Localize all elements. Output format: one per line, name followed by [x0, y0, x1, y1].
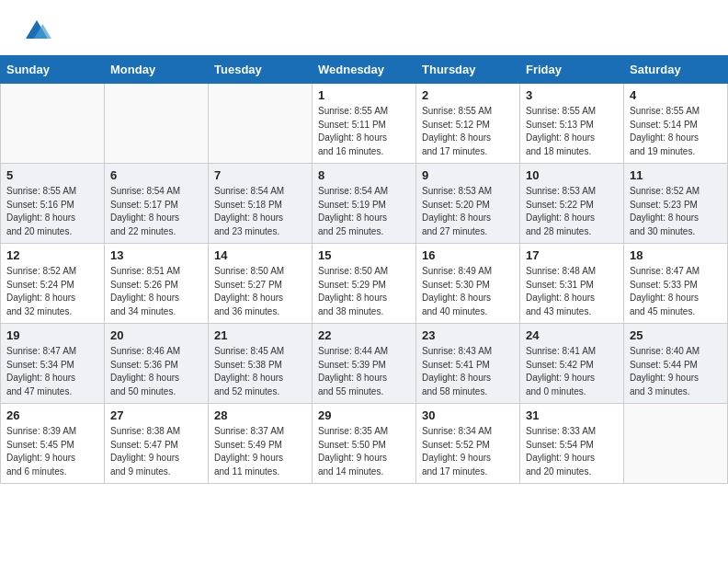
day-number: 25 [630, 328, 722, 342]
calendar-day-8: 8Sunrise: 8:54 AM Sunset: 5:19 PM Daylig… [313, 164, 416, 244]
day-info: Sunrise: 8:52 AM Sunset: 5:24 PM Dayligh… [6, 265, 98, 318]
day-number: 11 [630, 168, 722, 182]
calendar-day-2: 2Sunrise: 8:55 AM Sunset: 5:12 PM Daylig… [416, 84, 520, 164]
day-number: 23 [422, 328, 514, 342]
calendar-day-10: 10Sunrise: 8:53 AM Sunset: 5:22 PM Dayli… [520, 164, 624, 244]
day-info: Sunrise: 8:44 AM Sunset: 5:39 PM Dayligh… [318, 345, 410, 398]
calendar-header-thursday: Thursday [416, 56, 520, 84]
day-number: 21 [214, 328, 306, 342]
day-number: 5 [6, 168, 98, 182]
calendar-day-13: 13Sunrise: 8:51 AM Sunset: 5:26 PM Dayli… [105, 244, 209, 324]
day-number: 16 [422, 248, 514, 262]
day-info: Sunrise: 8:37 AM Sunset: 5:49 PM Dayligh… [214, 425, 306, 478]
calendar-day-14: 14Sunrise: 8:50 AM Sunset: 5:27 PM Dayli… [209, 244, 313, 324]
calendar-day-9: 9Sunrise: 8:53 AM Sunset: 5:20 PM Daylig… [416, 164, 520, 244]
day-number: 19 [6, 328, 98, 342]
calendar-day-24: 24Sunrise: 8:41 AM Sunset: 5:42 PM Dayli… [520, 324, 624, 404]
day-info: Sunrise: 8:40 AM Sunset: 5:44 PM Dayligh… [630, 345, 722, 398]
day-number: 9 [422, 168, 514, 182]
day-number: 24 [526, 328, 618, 342]
calendar-week-row: 19Sunrise: 8:47 AM Sunset: 5:34 PM Dayli… [1, 324, 728, 404]
day-number: 4 [630, 88, 722, 102]
day-info: Sunrise: 8:48 AM Sunset: 5:31 PM Dayligh… [526, 265, 618, 318]
day-number: 1 [318, 88, 410, 102]
day-info: Sunrise: 8:46 AM Sunset: 5:36 PM Dayligh… [110, 345, 202, 398]
calendar-day-15: 15Sunrise: 8:50 AM Sunset: 5:29 PM Dayli… [313, 244, 416, 324]
calendar-day-12: 12Sunrise: 8:52 AM Sunset: 5:24 PM Dayli… [1, 244, 105, 324]
calendar-empty-cell [624, 404, 728, 484]
calendar-week-row: 12Sunrise: 8:52 AM Sunset: 5:24 PM Dayli… [1, 244, 728, 324]
calendar-day-17: 17Sunrise: 8:48 AM Sunset: 5:31 PM Dayli… [520, 244, 624, 324]
calendar-week-row: 26Sunrise: 8:39 AM Sunset: 5:45 PM Dayli… [1, 404, 728, 484]
day-info: Sunrise: 8:50 AM Sunset: 5:29 PM Dayligh… [318, 265, 410, 318]
calendar-week-row: 1Sunrise: 8:55 AM Sunset: 5:11 PM Daylig… [1, 84, 728, 164]
day-info: Sunrise: 8:33 AM Sunset: 5:54 PM Dayligh… [526, 425, 618, 478]
calendar-day-23: 23Sunrise: 8:43 AM Sunset: 5:41 PM Dayli… [416, 324, 520, 404]
day-number: 15 [318, 248, 410, 262]
calendar-day-18: 18Sunrise: 8:47 AM Sunset: 5:33 PM Dayli… [624, 244, 728, 324]
calendar-header-sunday: Sunday [1, 56, 105, 84]
calendar-day-20: 20Sunrise: 8:46 AM Sunset: 5:36 PM Dayli… [105, 324, 209, 404]
day-number: 12 [6, 248, 98, 262]
calendar-header-monday: Monday [105, 56, 209, 84]
day-number: 30 [422, 408, 514, 422]
day-number: 3 [526, 88, 618, 102]
calendar-day-27: 27Sunrise: 8:38 AM Sunset: 5:47 PM Dayli… [105, 404, 209, 484]
day-info: Sunrise: 8:47 AM Sunset: 5:33 PM Dayligh… [630, 265, 722, 318]
day-info: Sunrise: 8:54 AM Sunset: 5:18 PM Dayligh… [214, 185, 306, 238]
header [0, 0, 728, 55]
day-number: 26 [6, 408, 98, 422]
day-number: 10 [526, 168, 618, 182]
calendar-day-16: 16Sunrise: 8:49 AM Sunset: 5:30 PM Dayli… [416, 244, 520, 324]
calendar-day-1: 1Sunrise: 8:55 AM Sunset: 5:11 PM Daylig… [313, 84, 416, 164]
day-info: Sunrise: 8:50 AM Sunset: 5:27 PM Dayligh… [214, 265, 306, 318]
day-info: Sunrise: 8:49 AM Sunset: 5:30 PM Dayligh… [422, 265, 514, 318]
calendar-header-tuesday: Tuesday [209, 56, 313, 84]
day-info: Sunrise: 8:38 AM Sunset: 5:47 PM Dayligh… [110, 425, 202, 478]
calendar-day-31: 31Sunrise: 8:33 AM Sunset: 5:54 PM Dayli… [520, 404, 624, 484]
calendar-day-6: 6Sunrise: 8:54 AM Sunset: 5:17 PM Daylig… [105, 164, 209, 244]
day-info: Sunrise: 8:54 AM Sunset: 5:19 PM Dayligh… [318, 185, 410, 238]
calendar-day-3: 3Sunrise: 8:55 AM Sunset: 5:13 PM Daylig… [520, 84, 624, 164]
day-info: Sunrise: 8:53 AM Sunset: 5:22 PM Dayligh… [526, 185, 618, 238]
day-info: Sunrise: 8:55 AM Sunset: 5:13 PM Dayligh… [526, 105, 618, 158]
day-info: Sunrise: 8:51 AM Sunset: 5:26 PM Dayligh… [110, 265, 202, 318]
day-number: 31 [526, 408, 618, 422]
calendar-header-saturday: Saturday [624, 56, 728, 84]
calendar-day-28: 28Sunrise: 8:37 AM Sunset: 5:49 PM Dayli… [209, 404, 313, 484]
day-info: Sunrise: 8:43 AM Sunset: 5:41 PM Dayligh… [422, 345, 514, 398]
day-info: Sunrise: 8:45 AM Sunset: 5:38 PM Dayligh… [214, 345, 306, 398]
calendar-empty-cell [105, 84, 209, 164]
day-number: 20 [110, 328, 202, 342]
calendar-header-wednesday: Wednesday [313, 56, 416, 84]
calendar-header-row: SundayMondayTuesdayWednesdayThursdayFrid… [1, 56, 728, 84]
day-number: 28 [214, 408, 306, 422]
day-number: 14 [214, 248, 306, 262]
day-info: Sunrise: 8:39 AM Sunset: 5:45 PM Dayligh… [6, 425, 98, 478]
day-number: 13 [110, 248, 202, 262]
day-number: 27 [110, 408, 202, 422]
day-number: 2 [422, 88, 514, 102]
calendar-day-5: 5Sunrise: 8:55 AM Sunset: 5:16 PM Daylig… [1, 164, 105, 244]
day-info: Sunrise: 8:55 AM Sunset: 5:16 PM Dayligh… [6, 185, 98, 238]
day-info: Sunrise: 8:34 AM Sunset: 5:52 PM Dayligh… [422, 425, 514, 478]
calendar-day-21: 21Sunrise: 8:45 AM Sunset: 5:38 PM Dayli… [209, 324, 313, 404]
logo-icon [22, 17, 51, 46]
calendar-empty-cell [1, 84, 105, 164]
calendar-day-29: 29Sunrise: 8:35 AM Sunset: 5:50 PM Dayli… [313, 404, 416, 484]
day-number: 6 [110, 168, 202, 182]
day-info: Sunrise: 8:35 AM Sunset: 5:50 PM Dayligh… [318, 425, 410, 478]
calendar-day-11: 11Sunrise: 8:52 AM Sunset: 5:23 PM Dayli… [624, 164, 728, 244]
day-number: 17 [526, 248, 618, 262]
calendar-day-7: 7Sunrise: 8:54 AM Sunset: 5:18 PM Daylig… [209, 164, 313, 244]
day-info: Sunrise: 8:53 AM Sunset: 5:20 PM Dayligh… [422, 185, 514, 238]
day-number: 8 [318, 168, 410, 182]
day-number: 29 [318, 408, 410, 422]
calendar-day-22: 22Sunrise: 8:44 AM Sunset: 5:39 PM Dayli… [313, 324, 416, 404]
calendar-day-19: 19Sunrise: 8:47 AM Sunset: 5:34 PM Dayli… [1, 324, 105, 404]
day-number: 22 [318, 328, 410, 342]
calendar-day-26: 26Sunrise: 8:39 AM Sunset: 5:45 PM Dayli… [1, 404, 105, 484]
day-info: Sunrise: 8:52 AM Sunset: 5:23 PM Dayligh… [630, 185, 722, 238]
day-info: Sunrise: 8:55 AM Sunset: 5:11 PM Dayligh… [318, 105, 410, 158]
day-number: 7 [214, 168, 306, 182]
